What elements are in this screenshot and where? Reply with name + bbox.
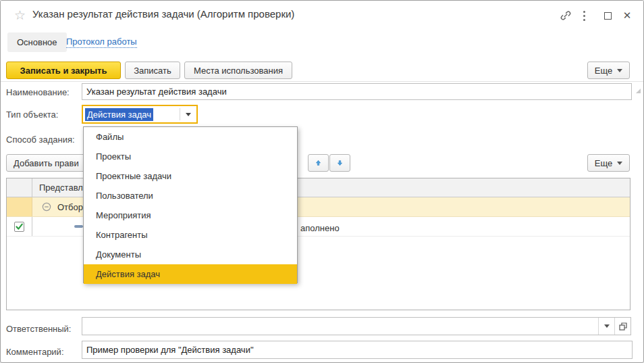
comment-label: Комментарий: — [6, 347, 64, 357]
object-type-dropdown-button[interactable] — [180, 106, 196, 122]
save-button[interactable]: Записать — [125, 62, 180, 79]
responsible-input[interactable] — [82, 318, 598, 335]
group-row-margin-cell — [7, 197, 32, 216]
object-type-dropdown-list: Файлы Проекты Проектные задачи Пользоват… — [83, 126, 298, 283]
filter-item-dash-icon — [74, 225, 83, 228]
toolbar-separator — [1, 81, 643, 82]
method-label: Способ задания: — [6, 135, 75, 145]
dropdown-item-project-tasks[interactable]: Проектные задачи — [84, 166, 297, 186]
object-type-label: Тип объекта: — [6, 110, 58, 120]
dropdown-item-files[interactable]: Файлы — [84, 127, 297, 147]
row-checkbox[interactable] — [14, 222, 24, 232]
tab-link-protocol[interactable]: Протокол работы — [66, 37, 137, 48]
name-label: Наименование: — [6, 87, 70, 97]
more-button-top[interactable]: Еще — [587, 62, 630, 79]
move-up-button[interactable] — [308, 154, 329, 172]
favorite-star-icon[interactable]: ☆ — [14, 7, 26, 23]
chevron-down-icon — [186, 113, 191, 116]
check-icon — [15, 222, 24, 231]
save-and-close-button[interactable]: Записать и закрыть — [6, 62, 121, 79]
kebab-menu-icon[interactable] — [577, 9, 591, 22]
dropdown-item-task-actions[interactable]: Действия задач — [84, 264, 297, 284]
checkbox-column-header — [7, 178, 32, 197]
responsible-dropdown-button[interactable] — [598, 318, 614, 335]
title-bar: ☆ Указан результат действия задачи (Алго… — [1, 1, 643, 31]
filter-row-visible-text: аполнено — [300, 223, 340, 233]
move-down-button[interactable] — [329, 154, 350, 172]
object-type-selected-text: Действия задач — [85, 108, 153, 121]
close-icon[interactable]: ✕ — [620, 9, 634, 22]
chevron-down-icon — [604, 324, 610, 328]
open-windows-icon — [618, 322, 628, 331]
chain-link-icon — [560, 9, 572, 22]
dropdown-item-projects[interactable]: Проекты — [84, 147, 297, 166]
form-window: ☆ Указан результат действия задачи (Алго… — [0, 0, 644, 363]
dropdown-item-events[interactable]: Мероприятия — [84, 205, 297, 225]
tab-main[interactable]: Основное — [7, 32, 67, 52]
arrow-up-icon — [315, 158, 321, 168]
collapse-minus-icon[interactable] — [42, 202, 51, 212]
more-button-label: Еще — [595, 158, 612, 168]
comment-input[interactable] — [82, 341, 633, 359]
responsible-open-button[interactable] — [614, 318, 630, 335]
dots-icon — [583, 11, 585, 21]
square-icon — [604, 12, 612, 20]
window-title: Указан результат действия задачи (Алгори… — [32, 8, 294, 20]
usage-locations-button[interactable]: Места использования — [184, 62, 292, 79]
tab-bar: Основное Протокол работы — [1, 31, 643, 55]
dropdown-item-counterparties[interactable]: Контрагенты — [84, 225, 297, 245]
name-input[interactable] — [82, 83, 632, 100]
get-link-icon[interactable] — [559, 9, 572, 22]
group-row-label: Отбор — [57, 202, 83, 212]
chevron-down-icon — [617, 69, 622, 72]
arrow-down-icon — [337, 158, 343, 168]
dropdown-item-documents[interactable]: Документы — [84, 245, 297, 264]
more-button-rules[interactable]: Еще — [587, 154, 630, 172]
responsible-label: Ответственный: — [6, 324, 71, 334]
more-button-label: Еще — [595, 66, 612, 76]
resize-grip-icon — [636, 89, 641, 93]
minimize-icon[interactable] — [601, 9, 614, 22]
chevron-down-icon — [617, 162, 622, 165]
responsible-field[interactable] — [82, 317, 631, 335]
object-type-combobox[interactable]: Действия задач — [82, 105, 198, 124]
dropdown-item-users[interactable]: Пользователи — [84, 186, 297, 205]
